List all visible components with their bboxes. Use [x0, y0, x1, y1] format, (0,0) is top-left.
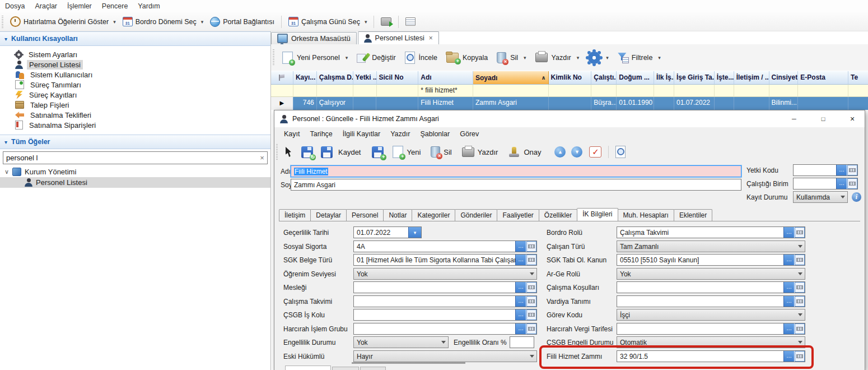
column-header[interactable]: Doğum ...	[617, 71, 654, 85]
sidebar-item-satinalma-teklifleri[interactable]: Satınalma Teklifleri	[0, 110, 270, 120]
edit-button[interactable]: Değiştir	[352, 50, 400, 65]
cell-calisma-durumu[interactable]: Çalışıyor	[317, 97, 353, 110]
tab-ik-bilgileri[interactable]: İK Bilgileri	[577, 208, 618, 221]
filter-cell[interactable]	[769, 85, 799, 97]
minimize-button[interactable]: ─	[782, 111, 806, 127]
column-header[interactable]: Sicil No	[377, 71, 419, 85]
approve-stamp-icon[interactable]	[508, 147, 520, 157]
calisan-turu-select[interactable]: Tam Zamanlı	[617, 240, 805, 252]
filter-cell[interactable]	[293, 85, 317, 97]
filter-button[interactable]: Filtrele ▾	[613, 50, 665, 65]
inspect-button[interactable]: İncele	[400, 49, 442, 66]
save-refresh-icon[interactable]: ↻	[301, 146, 313, 158]
toolbar-grip[interactable]	[273, 49, 274, 66]
navigate-up-icon[interactable]: ▲	[554, 146, 566, 158]
save-label[interactable]: Kaydet	[338, 148, 361, 156]
filter-cell[interactable]	[848, 85, 868, 97]
chevron-down-icon[interactable]: ▾	[606, 55, 609, 61]
lookup-ellipsis-button[interactable]: …	[515, 255, 526, 265]
cell[interactable]	[798, 97, 848, 110]
lookup-ellipsis-button[interactable]: …	[783, 255, 794, 265]
partial-subtab[interactable]	[332, 367, 359, 370]
vardiya-tanimi-field[interactable]: …	[617, 295, 805, 307]
column-header[interactable]: İlk İş...	[654, 71, 674, 85]
lookup-editor-button[interactable]	[795, 282, 805, 293]
print-icon[interactable]	[462, 147, 474, 157]
chevron-down-icon[interactable]: ▾	[113, 19, 116, 25]
cell[interactable]	[734, 97, 769, 110]
cell-dogum[interactable]: 01.01.1990	[617, 97, 654, 110]
lookup-ellipsis-button[interactable]: …	[783, 351, 794, 362]
menu-islemler[interactable]: İşlemler	[62, 1, 97, 12]
clear-search-icon[interactable]: ×	[257, 154, 267, 162]
portal-link-button[interactable]: Portal Bağlantısı	[207, 15, 278, 29]
sidebar-item-sistem-ayarlari[interactable]: Sistem Ayarları	[0, 49, 270, 59]
engellilik-orani-field[interactable]	[510, 336, 534, 348]
calisma-takvimi-field[interactable]: …	[353, 295, 537, 307]
tab-notlar[interactable]: Notlar	[383, 209, 412, 221]
dialog-titlebar[interactable]: Personel : Güncelle - Fiili Hizmet Zammı…	[274, 110, 865, 127]
ar-ge-rolu-select[interactable]: Yok	[617, 268, 805, 280]
toolbar-grip[interactable]	[2, 16, 3, 28]
sgk-tabi-ol-kanun-field[interactable]: 05510 [5510 Sayılı Kanun] …	[617, 254, 805, 266]
tab-ozellikler[interactable]: Özellikler	[539, 209, 577, 221]
shortcuts-header[interactable]: ▾ Kullanıcı Kısayolları	[0, 31, 270, 46]
cell-kayit-no[interactable]: 746	[293, 97, 317, 110]
cell[interactable]	[654, 97, 674, 110]
sidebar-item-surec-kayitlari[interactable]: Süreç Kayıtları	[0, 90, 270, 100]
confirm-check-icon[interactable]: ✓	[589, 146, 601, 158]
lookup-ellipsis-button[interactable]: …	[783, 323, 794, 334]
table-row-selected[interactable]: ▶ 746 Çalışıyor Fiili Hizmet Zammı Asgar…	[271, 97, 868, 110]
column-header[interactable]: Yetki ...	[353, 71, 377, 85]
tab-personel-listesi[interactable]: Personel Listesi ×	[358, 31, 439, 44]
partial-subtab[interactable]	[360, 367, 386, 370]
column-header-indicator[interactable]	[271, 71, 293, 85]
chevron-down-icon[interactable]: ▾	[658, 55, 661, 61]
menu-gorev[interactable]: Görev	[455, 128, 484, 140]
workday-button[interactable]: 31 Çalışma Günü Seç ▾	[285, 15, 370, 28]
save-new-icon[interactable]: +	[372, 146, 384, 158]
filter-cell[interactable]	[377, 85, 419, 97]
settings-button[interactable]: ▾	[584, 49, 613, 66]
meslegi-field[interactable]: …	[353, 281, 537, 293]
filter-cell[interactable]	[734, 85, 769, 97]
collapse-triangle-icon[interactable]: ▾	[4, 139, 7, 145]
menu-sablonlar[interactable]: Şablonlar	[415, 128, 455, 140]
lookup-editor-button[interactable]	[526, 296, 536, 307]
menu-dosya[interactable]: Dosya	[0, 1, 30, 12]
harcirah-vergi-tarifesi-field[interactable]: …	[617, 323, 805, 335]
column-header[interactable]: Çalışma D...	[317, 71, 353, 85]
column-header-soyadi-sorted[interactable]: Soyadı ∧	[473, 71, 549, 85]
lookup-ellipsis-button[interactable]: …	[515, 296, 526, 307]
lookup-ellipsis-button[interactable]: …	[836, 165, 847, 175]
column-header[interactable]: İşe Giriş Ta..	[674, 71, 715, 85]
date-dropdown-button[interactable]: ▾	[408, 227, 421, 238]
lookup-editor-button[interactable]	[795, 323, 805, 334]
print-label[interactable]: Yazdır	[478, 148, 498, 156]
lookup-editor-button[interactable]	[847, 165, 857, 175]
chevron-down-icon[interactable]: ▾	[524, 55, 526, 61]
engellilik-durumu-select[interactable]: Yok	[353, 336, 449, 348]
sosyal-sigorta-field[interactable]: 4A …	[353, 240, 537, 252]
gorev-kodu-select[interactable]: İşçi	[617, 309, 805, 321]
filter-cell[interactable]	[715, 85, 734, 97]
column-header[interactable]: Kimlik No	[549, 71, 592, 85]
sidebar-item-personel-listesi[interactable]: Personel Listesi	[0, 59, 270, 70]
cell[interactable]	[715, 97, 734, 110]
filter-cell[interactable]	[591, 85, 617, 97]
menu-araclar[interactable]: Araçlar	[30, 1, 62, 12]
lookup-ellipsis-button[interactable]: …	[783, 282, 794, 293]
tree-node-kurum-yonetimi[interactable]: ∨ Kurum Yönetimi	[0, 166, 270, 177]
delete-icon[interactable]: ×	[431, 146, 440, 158]
chevron-down-icon[interactable]: ▾	[201, 19, 204, 25]
adi-field[interactable]: Fiili Hizmet	[291, 165, 741, 177]
lookup-ellipsis-button[interactable]: …	[515, 323, 526, 334]
column-header[interactable]: Te	[848, 71, 868, 85]
delete-label[interactable]: Sil	[444, 148, 451, 156]
approve-label[interactable]: Onay	[524, 148, 541, 156]
chevron-down-icon[interactable]: ▾	[365, 19, 367, 25]
toolbar-grip[interactable]	[276, 144, 278, 160]
menu-tarihce[interactable]: Tarihçe	[305, 128, 338, 140]
partial-subtab[interactable]	[285, 366, 331, 370]
close-tab-icon[interactable]: ×	[429, 34, 433, 42]
